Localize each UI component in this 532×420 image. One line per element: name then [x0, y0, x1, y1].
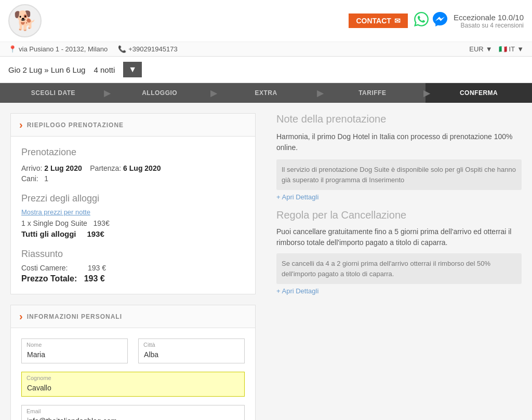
tab-label: EXTRA [255, 89, 277, 97]
tab-label: CONFERMA [460, 89, 498, 97]
all-rooms-total: Tutti gli alloggi 193€ [21, 229, 245, 238]
citta-label: Città [143, 342, 155, 348]
contact-label: CONTACT [356, 17, 391, 25]
nome-group: Nome [21, 338, 128, 363]
right-panel: Note della prenotazione Harmonia, il pri… [266, 103, 532, 420]
dropdown-icon: ▼ [128, 65, 137, 74]
personal-chevron-icon: › [19, 310, 23, 322]
booking-cani: Cani: 1 [21, 174, 245, 183]
notes-text: Harmonia, il primo Dog Hotel in Italia c… [276, 131, 522, 153]
open-details-link[interactable]: + Apri Dettagli [276, 193, 522, 201]
progress-tabs: SCEGLI DATE ALLOGGIO EXTRA TARIFFE CONFE… [0, 83, 532, 103]
cognome-input[interactable] [21, 372, 245, 397]
cognome-row: Cognome [21, 372, 245, 397]
partenza-value: 6 Lug 2020 [123, 164, 161, 172]
tab-alloggio[interactable]: ALLOGGIO [107, 83, 213, 103]
tab-label: SCEGLI DATE [31, 89, 75, 97]
cancel-open-details-link[interactable]: + Apri Dettagli [276, 287, 522, 295]
date-range: Gio 2 Lug » Lun 6 Lug [8, 65, 85, 74]
currency-label: EUR [469, 45, 483, 53]
tab-conferma[interactable]: CONFERMA [425, 83, 532, 103]
header-top: 🐕 CONTACT ✉ Eccezionale 10.0/10 Basato s… [0, 0, 532, 42]
flag-icon: 🇮🇹 [499, 45, 507, 53]
show-prices-link[interactable]: Mostra prezzi per notte [21, 208, 245, 216]
logo-area: 🐕 [8, 4, 42, 37]
notes-title: Note della prenotazione [276, 113, 522, 125]
email-group: Email [21, 405, 245, 420]
lang-label: IT [509, 45, 515, 53]
messenger-icon[interactable] [433, 12, 447, 30]
cognome-label: Cognome [26, 375, 51, 381]
tab-label: TARIFFE [358, 89, 386, 97]
prices-title: Prezzi degli alloggi [21, 193, 245, 204]
prices-section: Prezzi degli alloggi Mostra prezzi per n… [21, 193, 245, 238]
tab-tariffe[interactable]: TARIFFE [319, 83, 425, 103]
contact-button[interactable]: CONTACT ✉ [349, 13, 407, 28]
left-panel: › RIEPILOGO PRENOTAZIONE Prenotazione Ar… [0, 103, 266, 420]
currency-selector[interactable]: EUR ▼ [469, 45, 492, 53]
tab-extra[interactable]: EXTRA [213, 83, 320, 103]
cani-value: 1 [44, 174, 48, 183]
cani-label: Cani: [21, 174, 38, 183]
address-item: 📍 via Pusiano 1 - 20132, Milano [8, 45, 108, 53]
riepilogo-label: RIEPILOGO PRENOTAZIONE [27, 121, 124, 129]
date-dropdown-button[interactable]: ▼ [123, 62, 142, 77]
cancel-text: Puoi cancellare gratuitamente fino a 5 g… [276, 226, 522, 248]
prezzo-totale-value: 193 € [84, 274, 105, 283]
phone-item: 📞 +390291945173 [118, 45, 177, 53]
personal-label: INFORMAZIONI PERSONALI [27, 313, 122, 320]
contact-area: CONTACT ✉ Eccezionale 10.0/10 Basato su … [349, 12, 524, 30]
cost-camere-label: Costi Camere: [21, 264, 84, 272]
prezzo-totale-label: Prezzo Totale: [21, 274, 77, 283]
address-text: via Pusiano 1 - 20132, Milano [19, 45, 108, 53]
personal-content: Nome Città Cognome Emai [11, 328, 255, 420]
price-item: 1 x Single Dog Suite 193€ [21, 219, 245, 227]
summary-title: Riassunto [21, 249, 245, 260]
currency-arrow-icon: ▼ [486, 45, 493, 53]
phone-text: +390291945173 [128, 45, 177, 53]
social-icons [414, 12, 447, 30]
whatsapp-icon[interactable] [414, 12, 429, 30]
email-label: Email [26, 408, 41, 414]
booking-title: Prenotazione [21, 147, 245, 158]
highlighted-text: Il servizio di prenotazione Dog Suite è … [282, 166, 516, 184]
logo: 🐕 [8, 4, 42, 37]
citta-group: Città [138, 338, 245, 363]
riepilogo-section: › RIEPILOGO PRENOTAZIONE Prenotazione Ar… [10, 113, 256, 294]
tab-scegli-date[interactable]: SCEGLI DATE [0, 83, 107, 103]
tab-label: ALLOGGIO [142, 89, 177, 97]
booking-content: Prenotazione Arrivo: 2 Lug 2020 Partenza… [11, 137, 255, 294]
name-city-row: Nome Città [21, 338, 245, 363]
address-area: 📍 via Pusiano 1 - 20132, Milano 📞 +39029… [8, 45, 178, 53]
email-input[interactable] [21, 405, 245, 420]
language-selector[interactable]: 🇮🇹 IT ▼ [499, 45, 524, 53]
cancel-highlighted-text: Se cancelli da 4 a 2 giorni prima dell'a… [282, 260, 490, 278]
phone-icon: 📞 [118, 45, 126, 53]
rating-sub: Basato su 4 recensioni [454, 22, 524, 29]
lang-arrow-icon: ▼ [517, 45, 524, 53]
rating-title: Eccezionale 10.0/10 [454, 13, 524, 22]
nome-label: Nome [26, 342, 42, 348]
price-value: 193€ [94, 219, 110, 227]
rating-area: Eccezionale 10.0/10 Basato su 4 recensio… [454, 13, 524, 29]
all-rooms-value: 193€ [87, 229, 104, 238]
cost-camere: Costi Camere: 193 € [21, 264, 245, 272]
nights-count: 4 notti [94, 65, 115, 74]
all-rooms-label: Tutti gli alloggi [21, 229, 76, 238]
email-row: Email [21, 405, 245, 420]
header-info: 📍 via Pusiano 1 - 20132, Milano 📞 +39029… [0, 42, 532, 56]
arrivo-label: Arrivo: [21, 164, 42, 172]
date-bar: Gio 2 Lug » Lun 6 Lug 4 notti ▼ [0, 57, 532, 83]
cancel-title: Regola per la Cancellazione [276, 209, 522, 221]
dog-logo-icon: 🐕 [14, 10, 37, 32]
partenza-label: Partenza: [90, 164, 121, 172]
cost-camere-value: 193 € [88, 264, 106, 272]
cognome-group: Cognome [21, 372, 245, 397]
header: 🐕 CONTACT ✉ Eccezionale 10.0/10 Basato s… [0, 0, 532, 57]
notes-section: Note della prenotazione Harmonia, il pri… [276, 113, 522, 295]
currency-area: EUR ▼ 🇮🇹 IT ▼ [469, 45, 524, 53]
price-line-label: 1 x Single Dog Suite [21, 219, 87, 227]
booking-arrivo: Arrivo: 2 Lug 2020 Partenza: 6 Lug 2020 [21, 164, 245, 172]
riepilogo-chevron-icon: › [19, 119, 23, 131]
prezzo-totale: Prezzo Totale: 193 € [21, 274, 245, 283]
